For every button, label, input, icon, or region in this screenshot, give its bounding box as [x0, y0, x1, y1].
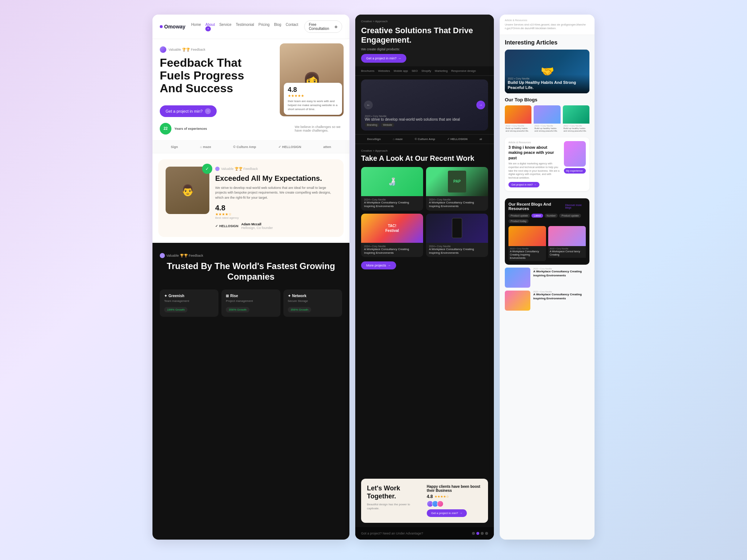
- featured-article: 🤝 2022 • Cory Neville Build Up Healthy H…: [505, 50, 589, 93]
- free-consultation-button[interactable]: Free Consultation ⊕: [304, 20, 342, 33]
- dot-3[interactable]: [481, 532, 484, 535]
- blog-img-3: [563, 105, 589, 124]
- p2-tagline: We create digital products:: [361, 47, 488, 51]
- hero-cta-button[interactable]: Get a project in min? →: [160, 105, 217, 117]
- featured-article-image: 🤝 2022 • Cory Neville Build Up Healthy H…: [505, 50, 589, 93]
- lets-work-title: Let's Work Together.: [367, 485, 422, 500]
- rb-card-1: 2022 • Cory Neville A Workplace Consulta…: [508, 226, 546, 261]
- hero-carousel: 2023 • Cory Neville We strive to develop…: [361, 79, 488, 131]
- brand-maze: ⌂ maze: [200, 145, 211, 149]
- logo-dot: [160, 25, 163, 28]
- p3-meta: Article & Resources: [505, 19, 589, 22]
- dark-title: Trusted By The World's Fastest Growing C…: [160, 261, 342, 282]
- p2-cta-button[interactable]: Get a project in min? →: [361, 54, 406, 63]
- portfolio-item-2: PAP 2024 • Cory Neville A Workplace Cons…: [426, 167, 488, 211]
- portfolio-item-1: 🍶 2024 • Cory Neville A Workplace Consul…: [361, 167, 423, 211]
- portfolio-item-4: 2024 • Cory Neville A Workplace Consulta…: [426, 214, 488, 257]
- articles-title: Interesting Articles: [505, 39, 589, 46]
- bbc-img-2: [505, 291, 530, 311]
- rb-tag-4[interactable]: Product update: [559, 214, 581, 218]
- blogs-title: Our Top Blogs: [505, 97, 589, 102]
- testimonial-title: Exceeded All My Expectations.: [215, 174, 336, 183]
- rb-tag-5[interactable]: Product today: [508, 219, 529, 223]
- years-desc: We believe in challenges so we have made…: [295, 125, 342, 132]
- rb-card-2: 2022 • Cory Neville A Workspace Consul t…: [548, 226, 586, 261]
- more-projects-button[interactable]: More projects →: [361, 261, 396, 269]
- company-greenish: ✦Greenish Team management 199% Growth: [160, 289, 218, 317]
- logo: Omoway: [160, 24, 185, 30]
- rb-card-img-2: [548, 226, 586, 246]
- panel-1: Omoway Home About • Service Testimonial …: [152, 15, 349, 540]
- panel-3: Article & Resources Unsere Services sind…: [500, 15, 595, 540]
- testimonial-card: 👨 ✓ Valuable 🏆🏆 Feedback Exceeded All My…: [158, 159, 344, 237]
- cta-arrow-icon: →: [205, 108, 211, 114]
- p3-top: Article & Resources Unsere Services sind…: [500, 15, 595, 35]
- acw-image: [564, 141, 586, 167]
- hero-title: Feedback That Fuels Progress And Success: [160, 57, 260, 95]
- acw-cta-button[interactable]: Get project in min? →: [508, 182, 539, 187]
- bottom-blog-2: 2022 • Cory Neville A Workplace Consulta…: [505, 291, 589, 311]
- brand-cultureamp: © Culture Amp: [233, 145, 256, 149]
- testimonial-desc: We strive to develop real-world web solu…: [215, 186, 336, 201]
- companies-grid: ✦Greenish Team management 199% Growth ⊞R…: [160, 289, 342, 317]
- lets-work-desc: Beautiful design has the power to captiv…: [367, 502, 422, 510]
- breadcrumb: Creative > Approach: [361, 20, 488, 23]
- portfolio-grid: 🍶 2024 • Cory Neville A Workplace Consul…: [361, 167, 488, 257]
- p2-bottom-text: Got a project? Need an Under Advantage?: [361, 532, 423, 535]
- blog-card-1: 2022 • Cory Neville Build up healthy hab…: [505, 105, 531, 134]
- rb-tag-1[interactable]: Product update: [508, 214, 530, 218]
- rb-more-link[interactable]: Discover more blogs: [565, 204, 586, 209]
- rb-tag-2[interactable]: Latest: [531, 214, 543, 218]
- featured-article-title: Build Up Healthy Habits And Strong Peace…: [508, 80, 587, 90]
- dark-badge: Valuable 🏆🏆 Feedback: [160, 253, 342, 258]
- carousel-next-button[interactable]: →: [476, 101, 485, 109]
- feedback-avatar: [160, 46, 166, 53]
- hero-section: Valuable 🏆🏆 Feedback Feedback That Fuels…: [152, 39, 349, 140]
- blog-card-3: 2022 • Cory Neville Build up healthy hab…: [563, 105, 589, 134]
- rb-tags: Product update Latest Number Product upd…: [508, 214, 586, 223]
- growth-badge-rise: 356% Growth: [226, 307, 249, 312]
- nav-home[interactable]: Home: [191, 23, 201, 31]
- portfolio-img-4: [426, 214, 488, 243]
- recent-blogs-section: Our Recent Blogs And Resources Discover …: [505, 198, 589, 265]
- portfolio-img-1: 🍶: [361, 167, 423, 196]
- p2-top: Creative > Approach Creative Solutions T…: [355, 15, 494, 66]
- lw-cta-button[interactable]: Get a project in min? →: [427, 509, 467, 517]
- p3-desc: Unsere Services sind x10 Klme,gesamt, da…: [505, 23, 589, 30]
- brand-strip: Sign ⌂ maze © Culture Amp ✓ HELLOSIGN at…: [152, 140, 349, 153]
- nav-links: Home About • Service Testimonial Pricing…: [191, 23, 298, 31]
- growth-badge-network: 356% Growth: [288, 307, 311, 312]
- nav-pricing[interactable]: Pricing: [259, 23, 270, 31]
- acw-chat-bubble: My experience: [564, 168, 586, 174]
- dot-1[interactable]: [472, 532, 475, 535]
- rb-card-img-1: [508, 226, 546, 246]
- acw-desc: We are a digital marketing agency with e…: [508, 162, 561, 180]
- dot-4[interactable]: [485, 532, 488, 535]
- years-circle: 22: [160, 123, 171, 135]
- rb-title: Our Recent Blogs And Resources: [508, 202, 565, 211]
- brand-sign: Sign: [171, 145, 178, 149]
- brand-strip-dark: DocuSign ⌂ maze © Culture Amp ✓ HELLOSIG…: [355, 134, 494, 144]
- rb-tag-3[interactable]: Number: [545, 214, 558, 218]
- portfolio-title: Take A Look At Our Recent Work: [361, 154, 488, 163]
- nav-blog[interactable]: Blog: [274, 23, 281, 31]
- dot-2[interactable]: [476, 532, 479, 535]
- blog-img-1: [505, 105, 531, 124]
- carousel-dots: [472, 532, 488, 535]
- nav-about[interactable]: About •: [205, 23, 215, 31]
- carousel-prev-button[interactable]: ←: [364, 101, 373, 109]
- years-label: Years of experiences: [174, 127, 207, 131]
- nav-service[interactable]: Service: [219, 23, 231, 31]
- testimonial-avatar: 👨: [166, 167, 209, 214]
- brand-docusign: DocuSign: [367, 137, 381, 141]
- panel-2: Creative > Approach Creative Solutions T…: [355, 15, 494, 540]
- rb-grid: 2022 • Cory Neville A Workplace Consulta…: [508, 226, 586, 261]
- nav-contact[interactable]: Contact: [286, 23, 298, 31]
- portfolio-section: Creative > Approach Take A Look At Our R…: [355, 144, 494, 479]
- bottom-blog-1: 2022 • Cory Neville A Workplace Consulta…: [505, 268, 589, 288]
- p2-cta-row: Get a project in min? →: [361, 54, 488, 63]
- portfolio-img-3: TAC!Festival: [361, 214, 423, 243]
- carousel-text: We strive to develop real-world web solu…: [365, 117, 460, 121]
- lets-work-section: Let's Work Together. Beautiful design ha…: [361, 479, 488, 523]
- nav-testimonial[interactable]: Testimonial: [236, 23, 254, 31]
